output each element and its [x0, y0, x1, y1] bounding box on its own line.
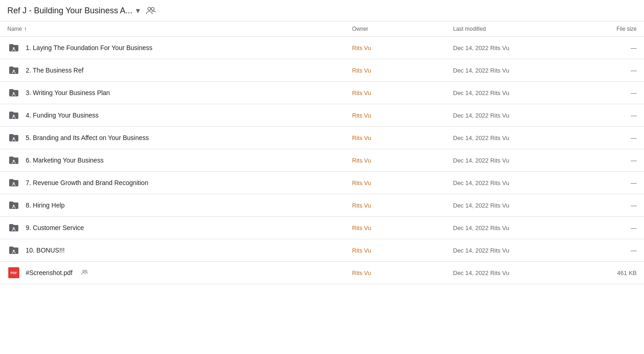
- table-row[interactable]: 4. Funding Your Business Rits Vu Dec 14,…: [0, 104, 644, 127]
- table-row[interactable]: PDF #Screenshot.pdf Rits Vu Dec 14, 2022…: [0, 262, 644, 284]
- row-name: 3. Writing Your Business Plan: [7, 86, 352, 99]
- shared-folder-icon: [7, 41, 20, 54]
- row-name-text: 8. Hiring Help: [26, 202, 65, 209]
- row-size: —: [582, 112, 637, 119]
- row-name-text: 9. Customer Service: [26, 224, 84, 231]
- row-name-text: 1. Laying The Foundation For Your Busine…: [26, 44, 152, 51]
- row-modified: Dec 14, 2022 Rits Vu: [453, 112, 582, 119]
- row-name-text: 10. BONUS!!!: [26, 247, 65, 254]
- svg-point-3: [13, 70, 15, 72]
- row-modified: Dec 14, 2022 Rits Vu: [453, 45, 582, 51]
- svg-point-13: [85, 270, 87, 272]
- row-modified: Dec 14, 2022 Rits Vu: [453, 247, 582, 254]
- row-owner: Rits Vu: [352, 135, 453, 141]
- row-modified: Dec 14, 2022 Rits Vu: [453, 157, 582, 164]
- row-name: 7. Revenue Growth and Brand Recognition: [7, 176, 352, 189]
- table-header: Name ↑ Owner Last modified File size: [0, 22, 644, 37]
- row-name-text: 7. Revenue Growth and Brand Recognition: [26, 179, 148, 186]
- table-row[interactable]: 9. Customer Service Rits Vu Dec 14, 2022…: [0, 217, 644, 239]
- row-owner: Rits Vu: [352, 67, 453, 74]
- row-name: 9. Customer Service: [7, 221, 352, 234]
- row-size: 461 KB: [582, 270, 637, 276]
- row-modified: Dec 14, 2022 Rits Vu: [453, 270, 582, 276]
- row-owner: Rits Vu: [352, 202, 453, 209]
- shared-folder-icon: [7, 86, 20, 99]
- table-row[interactable]: 2. The Business Ref Rits Vu Dec 14, 2022…: [0, 59, 644, 82]
- svg-point-4: [13, 92, 15, 94]
- row-modified: Dec 14, 2022 Rits Vu: [453, 225, 582, 231]
- row-owner: Rits Vu: [352, 180, 453, 186]
- row-size: —: [582, 247, 637, 254]
- row-name-text: 5. Branding and Its Affect on Your Busin…: [26, 134, 149, 141]
- row-name: 6. Marketing Your Business: [7, 154, 352, 167]
- file-table: Name ↑ Owner Last modified File size 1. …: [0, 22, 644, 284]
- row-size: —: [582, 202, 637, 209]
- row-owner: Rits Vu: [352, 247, 453, 254]
- table-body: 1. Laying The Foundation For Your Busine…: [0, 37, 644, 284]
- row-name: 5. Branding and Its Affect on Your Busin…: [7, 131, 352, 144]
- row-size: —: [582, 135, 637, 141]
- row-name: PDF #Screenshot.pdf: [7, 266, 352, 279]
- table-row[interactable]: 3. Writing Your Business Plan Rits Vu De…: [0, 82, 644, 104]
- shared-folder-icon: [7, 176, 20, 189]
- row-name: 2. The Business Ref: [7, 64, 352, 77]
- row-size: —: [582, 67, 637, 74]
- row-name: 10. BONUS!!!: [7, 244, 352, 257]
- row-name-text: 2. The Business Ref: [26, 67, 84, 74]
- table-row[interactable]: 6. Marketing Your Business Rits Vu Dec 1…: [0, 149, 644, 172]
- row-name-text: 6. Marketing Your Business: [26, 157, 104, 164]
- column-name[interactable]: Name ↑: [7, 25, 352, 33]
- row-modified: Dec 14, 2022 Rits Vu: [453, 135, 582, 141]
- shared-folder-icon: [7, 154, 20, 167]
- row-owner: Rits Vu: [352, 270, 453, 276]
- row-size: —: [582, 225, 637, 231]
- row-owner: Rits Vu: [352, 45, 453, 51]
- svg-point-10: [13, 227, 15, 229]
- table-row[interactable]: 8. Hiring Help Rits Vu Dec 14, 2022 Rits…: [0, 194, 644, 217]
- svg-point-1: [151, 7, 154, 10]
- svg-point-5: [13, 115, 15, 117]
- column-owner: Owner: [352, 26, 453, 32]
- svg-point-0: [148, 7, 151, 10]
- svg-point-9: [13, 205, 15, 207]
- pdf-icon: PDF: [7, 266, 20, 279]
- header: Ref J - Building Your Business A... ▾: [0, 0, 644, 22]
- row-name-text: #Screenshot.pdf: [26, 269, 73, 276]
- row-owner: Rits Vu: [352, 112, 453, 119]
- row-modified: Dec 14, 2022 Rits Vu: [453, 180, 582, 186]
- row-owner: Rits Vu: [352, 90, 453, 96]
- row-size: —: [582, 90, 637, 96]
- row-size: —: [582, 180, 637, 186]
- svg-point-8: [13, 182, 15, 184]
- column-modified: Last modified: [453, 26, 582, 32]
- row-modified: Dec 14, 2022 Rits Vu: [453, 202, 582, 209]
- row-owner: Rits Vu: [352, 225, 453, 231]
- table-row[interactable]: 5. Branding and Its Affect on Your Busin…: [0, 127, 644, 149]
- share-icon[interactable]: [146, 6, 156, 16]
- column-size: File size: [582, 26, 637, 32]
- svg-point-6: [13, 137, 15, 139]
- shared-badge: [81, 269, 88, 277]
- shared-folder-icon: [7, 244, 20, 257]
- shared-folder-icon: [7, 109, 20, 122]
- dropdown-icon[interactable]: ▾: [136, 6, 140, 16]
- table-row[interactable]: 1. Laying The Foundation For Your Busine…: [0, 37, 644, 59]
- shared-folder-icon: [7, 131, 20, 144]
- row-name: 8. Hiring Help: [7, 199, 352, 212]
- row-name: 4. Funding Your Business: [7, 109, 352, 122]
- shared-folder-icon: [7, 199, 20, 212]
- page-title: Ref J - Building Your Business A...: [7, 6, 132, 16]
- svg-point-2: [13, 47, 15, 49]
- row-name: 1. Laying The Foundation For Your Busine…: [7, 41, 352, 54]
- row-size: —: [582, 157, 637, 164]
- row-modified: Dec 14, 2022 Rits Vu: [453, 90, 582, 96]
- svg-point-12: [83, 270, 84, 272]
- table-row[interactable]: 10. BONUS!!! Rits Vu Dec 14, 2022 Rits V…: [0, 239, 644, 262]
- svg-point-7: [13, 160, 15, 162]
- shared-folder-icon: [7, 221, 20, 234]
- row-name-text: 3. Writing Your Business Plan: [26, 89, 110, 96]
- row-name-text: 4. Funding Your Business: [26, 112, 99, 119]
- shared-folder-icon: [7, 64, 20, 77]
- table-row[interactable]: 7. Revenue Growth and Brand Recognition …: [0, 172, 644, 194]
- row-modified: Dec 14, 2022 Rits Vu: [453, 67, 582, 74]
